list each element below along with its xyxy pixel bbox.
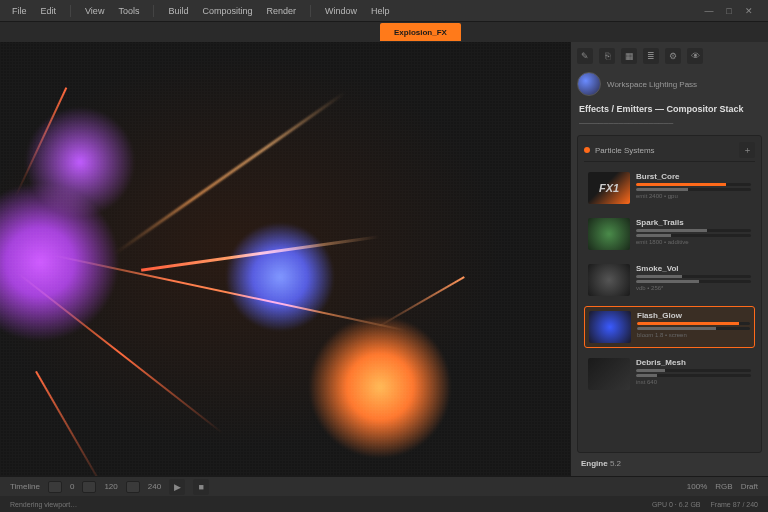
timeline-label: Timeline: [10, 482, 40, 491]
progress-bar: [636, 183, 751, 186]
inspector-label: Particle Systems: [595, 146, 655, 155]
menu-help[interactable]: Help: [371, 6, 390, 16]
grid-icon[interactable]: ▦: [621, 48, 637, 64]
menu-view[interactable]: View: [85, 6, 104, 16]
asset-thumb: FX1: [588, 172, 630, 204]
asset-row[interactable]: Spark_Trails emit 1800 • additive: [584, 214, 755, 254]
quality-label[interactable]: Draft: [741, 482, 758, 491]
separator: [153, 5, 154, 17]
progress-bar: [636, 369, 751, 372]
progress-bar: [636, 234, 751, 237]
asset-row[interactable]: Debris_Mesh inst 640: [584, 354, 755, 394]
asset-thumb: [588, 358, 630, 390]
zoom-label[interactable]: 100%: [687, 482, 707, 491]
asset-row-selected[interactable]: Flash_Glow bloom 1.8 • screen: [584, 306, 755, 348]
separator: [70, 5, 71, 17]
asset-meta: emit 1800 • additive: [636, 239, 751, 245]
asset-meta: bloom 1.8 • screen: [637, 332, 750, 338]
workspace-label: Workspace Lighting Pass: [607, 80, 697, 89]
link-icon[interactable]: ⎘: [599, 48, 615, 64]
status-bar: Rendering viewport… GPU 0 · 6.2 GB Frame…: [0, 496, 768, 512]
menu-render[interactable]: Render: [266, 6, 296, 16]
frame-field[interactable]: [82, 481, 96, 493]
close-button[interactable]: ✕: [742, 4, 756, 18]
progress-bar: [636, 188, 751, 191]
frame-field[interactable]: [48, 481, 62, 493]
asset-meta: emit 2400 • gpu: [636, 193, 751, 199]
asset-label: Debris_Mesh: [636, 358, 751, 367]
frame-value: 240: [148, 482, 161, 491]
avatar[interactable]: [577, 72, 601, 96]
bottom-toolbar: Timeline 0 120 240 ▶ ■ 100% RGB Draft: [0, 476, 768, 496]
minimize-button[interactable]: —: [702, 4, 716, 18]
channel-label[interactable]: RGB: [715, 482, 732, 491]
progress-bar: [636, 229, 751, 232]
add-icon[interactable]: ＋: [739, 142, 755, 158]
stop-button[interactable]: ■: [193, 479, 209, 495]
play-button[interactable]: ▶: [169, 479, 185, 495]
effect-blue-core: [225, 222, 335, 332]
inspector: Particle Systems ＋ FX1 Burst_Core emit 2…: [577, 135, 762, 453]
progress-bar: [637, 322, 750, 325]
status-message: Rendering viewport…: [10, 501, 77, 508]
progress-bar: [636, 374, 751, 377]
menu-file[interactable]: File: [12, 6, 27, 16]
tab-active[interactable]: Explosion_FX: [380, 23, 461, 41]
list-icon[interactable]: ≣: [643, 48, 659, 64]
settings-icon[interactable]: ⚙: [665, 48, 681, 64]
frame-value: 0: [70, 482, 74, 491]
edit-icon[interactable]: ✎: [577, 48, 593, 64]
status-dot-icon: [584, 147, 590, 153]
menu-edit[interactable]: Edit: [41, 6, 57, 16]
asset-label: Smoke_Vol: [636, 264, 751, 273]
frame-field[interactable]: [126, 481, 140, 493]
document-tabs: Explosion_FX: [0, 22, 768, 42]
menu-window[interactable]: Window: [325, 6, 357, 16]
asset-label: Burst_Core: [636, 172, 751, 181]
panel-title: Effects / Emitters — Compositor Stack: [579, 104, 762, 114]
effect-purple-glow: [20, 102, 140, 222]
effect-orange-blast: [300, 312, 460, 462]
status-frame: Frame 87 / 240: [711, 501, 758, 508]
progress-bar: [636, 280, 751, 283]
progress-bar: [637, 327, 750, 330]
progress-bar: [636, 275, 751, 278]
asset-thumb: [588, 264, 630, 296]
eye-icon[interactable]: 👁: [687, 48, 703, 64]
separator: [310, 5, 311, 17]
side-panel: ✎ ⎘ ▦ ≣ ⚙ 👁 Workspace Lighting Pass Effe…: [570, 42, 768, 476]
status-gpu: GPU 0 · 6.2 GB: [652, 501, 701, 508]
brand-label: Engine 5.2: [581, 459, 758, 468]
asset-row[interactable]: FX1 Burst_Core emit 2400 • gpu: [584, 168, 755, 208]
menu-compositing[interactable]: Compositing: [202, 6, 252, 16]
asset-meta: vdb • 256³: [636, 285, 751, 291]
asset-label: Spark_Trails: [636, 218, 751, 227]
frame-value: 120: [104, 482, 117, 491]
menubar: File Edit View Tools Build Compositing R…: [0, 0, 768, 22]
asset-row[interactable]: Smoke_Vol vdb • 256³: [584, 260, 755, 300]
menu-tools[interactable]: Tools: [118, 6, 139, 16]
viewport[interactable]: [0, 42, 570, 476]
asset-thumb: [588, 218, 630, 250]
maximize-button[interactable]: □: [722, 4, 736, 18]
asset-meta: inst 640: [636, 379, 751, 385]
menu-build[interactable]: Build: [168, 6, 188, 16]
panel-subtitle: ───────────────────: [577, 120, 762, 127]
asset-thumb: [589, 311, 631, 343]
asset-label: Flash_Glow: [637, 311, 750, 320]
